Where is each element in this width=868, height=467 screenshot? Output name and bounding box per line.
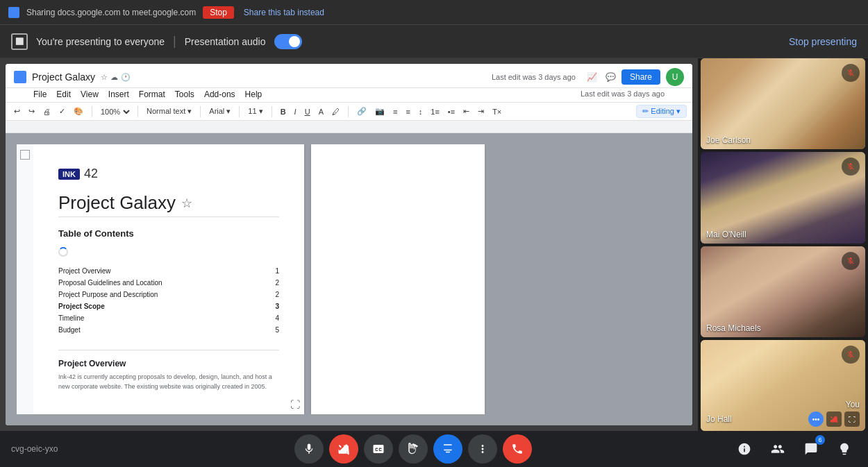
toc-item-label[interactable]: Project Overview bbox=[58, 267, 111, 275]
print-button[interactable]: 🖨 bbox=[40, 106, 53, 117]
gdoc-title-bar: Project Galaxy ☆ ☁ 🕐 Last edit was 3 day… bbox=[6, 64, 692, 88]
highlight-button[interactable]: 🖊 bbox=[329, 106, 342, 117]
spellcheck-button[interactable]: ✓ bbox=[56, 105, 68, 117]
gdoc-menu-insert[interactable]: Insert bbox=[108, 90, 129, 99]
toc-item-label[interactable]: Project Scope bbox=[58, 303, 105, 310]
sidebar-icon-1[interactable] bbox=[20, 150, 30, 160]
toolbar-separator-1 bbox=[92, 106, 92, 117]
gdoc-share-button[interactable]: Share bbox=[621, 69, 660, 85]
gdoc-chart-icon[interactable]: 📈 bbox=[587, 72, 597, 82]
gdoc-body: INK 42 Project Galaxy ☆ Table of Content… bbox=[6, 133, 692, 425]
toc-heading: Table of Contents bbox=[58, 228, 279, 239]
toc-item: Timeline 4 bbox=[58, 312, 279, 324]
bullet-list[interactable]: •≡ bbox=[445, 106, 458, 117]
gdoc-menu-file[interactable]: File bbox=[33, 90, 47, 99]
paint-format-button[interactable]: 🎨 bbox=[71, 105, 86, 117]
clear-format[interactable]: T× bbox=[490, 106, 504, 117]
controls-bar bbox=[94, 434, 732, 464]
gdoc-ruler bbox=[6, 121, 692, 133]
raise-hand-button[interactable] bbox=[399, 434, 428, 464]
link-button[interactable]: 🔗 bbox=[354, 105, 369, 117]
text-color-button[interactable]: A bbox=[316, 106, 326, 117]
style-dropdown[interactable]: Normal text ▾ bbox=[144, 105, 194, 117]
participants-button[interactable] bbox=[765, 436, 790, 461]
gdoc-menu-addons[interactable]: Add-ons bbox=[204, 90, 235, 99]
stop-presenting-button[interactable]: Stop presenting bbox=[789, 36, 857, 47]
toolbar-separator-3 bbox=[200, 106, 201, 117]
gdoc-menu-format[interactable]: Format bbox=[139, 90, 165, 99]
stop-sharing-button[interactable]: Stop bbox=[203, 6, 234, 19]
bold-button[interactable]: B bbox=[278, 106, 289, 117]
zoom-select[interactable]: 100% bbox=[98, 107, 132, 117]
indent-less[interactable]: ⇤ bbox=[460, 105, 472, 117]
gdoc-formatting-toolbar: ↩ ↪ 🖨 ✓ 🎨 100% Normal text ▾ Arial ▾ 11 … bbox=[6, 103, 692, 121]
section-content: Ink-42 is currently accepting proposals … bbox=[58, 373, 279, 391]
gdoc-cloud-icon: ☁ bbox=[110, 73, 118, 82]
section-heading: Project Overview bbox=[58, 359, 279, 368]
expand-icon[interactable]: ⛶ bbox=[290, 399, 300, 410]
bar-divider: | bbox=[173, 34, 176, 49]
gdoc-document-title[interactable]: Project Galaxy bbox=[32, 71, 95, 83]
you-expand-button[interactable]: ⛶ bbox=[844, 411, 860, 427]
font-size-dropdown[interactable]: 11 ▾ bbox=[245, 105, 265, 117]
chat-button[interactable]: 6 bbox=[799, 436, 824, 461]
undo-button[interactable]: ↩ bbox=[11, 105, 23, 117]
end-call-button[interactable] bbox=[503, 434, 532, 464]
toc-item-label[interactable]: Proposal Guidelines and Location bbox=[58, 279, 162, 287]
font-dropdown[interactable]: Arial ▾ bbox=[206, 105, 233, 117]
audio-toggle[interactable] bbox=[274, 34, 302, 49]
editing-mode-button[interactable]: ✏ Editing ▾ bbox=[636, 105, 687, 118]
toc-item-label[interactable]: Timeline bbox=[58, 314, 84, 322]
image-button[interactable]: 📷 bbox=[372, 105, 387, 117]
align-center[interactable]: ≡ bbox=[403, 106, 412, 117]
doc-page-1: INK 42 Project Galaxy ☆ Table of Content… bbox=[33, 144, 304, 414]
mic-button[interactable] bbox=[294, 434, 324, 464]
gdoc-star-icon[interactable]: ☆ bbox=[101, 73, 108, 82]
gdoc-user-avatar: U bbox=[666, 68, 684, 86]
toc-item-label[interactable]: Project Purpose and Description bbox=[58, 291, 158, 298]
toc-item: Project Scope 3 bbox=[58, 300, 279, 312]
gdoc-title-icons: ☆ ☁ 🕐 bbox=[101, 73, 131, 82]
ink-label: INK bbox=[58, 169, 80, 180]
camera-off-button[interactable] bbox=[329, 434, 358, 464]
gdoc-menu-edit[interactable]: Edit bbox=[56, 90, 71, 99]
underline-button[interactable]: U bbox=[302, 106, 313, 117]
gdoc-menu-tools[interactable]: Tools bbox=[175, 90, 194, 99]
align-left[interactable]: ≡ bbox=[390, 106, 400, 117]
toc-page-num: 2 bbox=[275, 291, 279, 298]
presenting-text: You're presenting to everyone bbox=[36, 36, 165, 47]
main-content: Project Galaxy ☆ ☁ 🕐 Last edit was 3 day… bbox=[0, 58, 868, 431]
toc-item-label[interactable]: Budget bbox=[58, 326, 81, 334]
italic-button[interactable]: I bbox=[292, 106, 299, 117]
gdoc-history-icon[interactable]: 🕐 bbox=[121, 73, 131, 82]
toolbar-separator-6 bbox=[348, 106, 349, 117]
audio-label: Presentation audio bbox=[185, 36, 266, 47]
toc-item: Proposal Guidelines and Location 2 bbox=[58, 277, 279, 289]
captions-button[interactable] bbox=[364, 434, 393, 464]
activities-button[interactable] bbox=[832, 436, 857, 461]
toc-item: Project Overview 1 bbox=[58, 265, 279, 277]
gdoc-menu-view[interactable]: View bbox=[81, 90, 99, 99]
document-title-heading: Project Galaxy ☆ bbox=[58, 192, 279, 214]
section-divider bbox=[58, 350, 279, 350]
ink-number: 42 bbox=[84, 167, 98, 181]
rosa-mute-icon bbox=[842, 252, 860, 270]
gdoc-comment-icon[interactable]: 💬 bbox=[606, 72, 616, 82]
doc-star-icon[interactable]: ☆ bbox=[181, 196, 192, 211]
participant-tile-joe: Joe Carlson bbox=[701, 58, 865, 149]
info-button[interactable] bbox=[732, 436, 757, 461]
more-options-button[interactable] bbox=[468, 434, 497, 464]
toc-page-num: 3 bbox=[275, 303, 279, 310]
numbered-list[interactable]: 1≡ bbox=[428, 106, 442, 117]
line-spacing[interactable]: ↕ bbox=[416, 106, 426, 117]
gdoc-menu-help[interactable]: Help bbox=[245, 90, 262, 99]
indent-more[interactable]: ⇥ bbox=[475, 105, 487, 117]
present-button[interactable] bbox=[433, 434, 462, 464]
share-tab-button[interactable]: Share this tab instead bbox=[244, 8, 324, 17]
ink-badge: INK 42 bbox=[58, 167, 98, 181]
toc-page-num: 2 bbox=[275, 279, 279, 287]
participants-panel: Joe Carlson Mai O'Neill Rosa Michaels bbox=[698, 58, 868, 431]
doc-page-2 bbox=[311, 144, 485, 414]
redo-button[interactable]: ↪ bbox=[26, 105, 37, 117]
you-options-button[interactable]: ••• bbox=[808, 411, 824, 427]
